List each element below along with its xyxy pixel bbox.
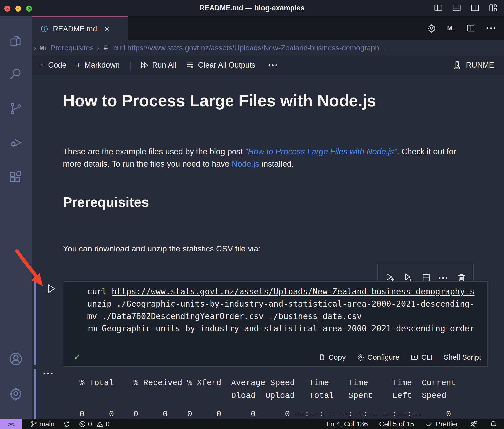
notebook-toolbar: + Code + Markdown | Run All Clear All Ou… [32,55,504,74]
notifications-bell-icon[interactable] [489,420,498,428]
runme-button[interactable]: RUNME [452,60,494,70]
breadcrumb-section[interactable]: Prerequisites [50,44,94,52]
doc-paragraph: These are the example files used by the … [63,145,465,170]
chevron-right-icon: › [34,44,36,52]
section-title: Prerequisites [63,194,149,210]
tab-label: README.md [53,25,97,33]
output-progress-row: 0 0 0 0 0 0 0 0 --:--:-- --:--:-- --:--:… [70,410,451,419]
split-editor-icon[interactable] [466,23,476,33]
toggle-panel-icon[interactable] [452,3,462,13]
more-toolbar-actions-icon[interactable]: ••• [268,62,279,69]
toggle-primary-sidebar-icon[interactable] [433,3,443,13]
tab-readme[interactable]: README.md [32,16,128,40]
double-check-icon [426,420,434,428]
copy-icon [317,353,325,361]
search-icon[interactable] [8,67,23,81]
cli-icon [410,353,418,361]
plus-icon: + [76,60,81,70]
activity-bar [0,16,32,419]
title-bar: README.md — blog-examples [0,0,504,16]
source-control-icon[interactable] [8,101,23,116]
configure-gear-icon [357,353,365,361]
run-cell-button[interactable] [45,283,57,294]
code-url-link[interactable]: https://www.stats.govt.nz/assets/Uploads… [112,287,474,296]
breadcrumb: › M↓ Prerequisites › curl https://www.st… [32,40,504,55]
cell-focus-indicator[interactable] [34,281,36,365]
output-text: % Total % Received % Xferd Average Speed… [70,377,456,402]
customize-layout-icon[interactable] [488,3,498,13]
run-all-icon [140,61,149,70]
info-icon [40,25,48,33]
settings-gear-icon[interactable] [8,386,23,401]
cell-position-item[interactable]: Cell 5 of 15 [379,420,414,428]
list-selection-icon [103,44,110,51]
runme-logo-icon [452,60,462,70]
more-editor-actions-icon[interactable]: ••• [486,25,497,32]
vscode-window: README.md — blog-examples [0,0,504,429]
remote-indicator[interactable]: >< [0,419,22,429]
editor-tab-bar: README.md M↓ ••• [32,16,504,40]
cell-code[interactable]: curl https://www.stats.govt.nz/assets/Up… [87,286,475,335]
plus-icon: + [39,60,45,70]
sync-changes-item[interactable] [63,420,70,428]
warnings-icon [96,420,104,428]
clear-outputs-icon [186,61,194,70]
add-markdown-cell-button[interactable]: + Markdown [76,60,120,70]
open-markdown-preview-icon[interactable]: M↓ [447,24,455,32]
doc-title: How to Process Large Files with Node.js [63,91,376,110]
explorer-icon[interactable] [8,34,23,49]
close-tab-icon[interactable] [104,26,110,32]
cell-status-bar: ✓ Copy Configure [73,350,481,364]
run-debug-icon[interactable] [8,135,23,150]
cursor-position-item[interactable]: Ln 4, Col 136 [327,420,368,428]
clear-all-outputs-button[interactable]: Clear All Outputs [186,61,255,70]
nodejs-link[interactable]: Node.js [232,159,259,168]
notebook-settings-gear-icon[interactable] [427,23,436,33]
run-all-button[interactable]: Run All [140,61,176,70]
success-check-icon: ✓ [73,352,81,362]
formatter-item[interactable]: Prettier [426,420,458,428]
problems-item[interactable]: 0 0 [79,420,110,428]
notebook-content: How to Process Large Files with Node.js … [32,74,504,419]
status-bar: >< main 0 0 Ln 4, Col 136 Cell 5 of 15 [0,419,504,429]
doc-paragraph-2: You can download and unzip the statistic… [63,244,260,253]
git-branch-item[interactable]: main [30,420,55,428]
window-title: README.md — blog-examples [0,4,504,12]
extensions-icon[interactable] [8,169,23,184]
cli-button[interactable]: CLI [410,353,433,361]
git-branch-icon [30,420,38,428]
configure-button[interactable]: Configure [357,353,400,361]
add-code-cell-button[interactable]: + Code [39,60,66,70]
toolbar-divider: | [130,60,132,70]
errors-icon [79,420,86,428]
breadcrumb-command[interactable]: curl https://www.stats.govt.nz/assets/Up… [113,44,385,52]
more-cell-actions-icon[interactable]: ••• [439,274,449,281]
markdown-cell-icon: M↓ [39,44,47,51]
output-focus-indicator[interactable] [34,369,36,419]
chevron-right-icon: › [97,44,99,52]
code-cell[interactable]: curl https://www.stats.govt.nz/assets/Up… [63,281,488,367]
sync-icon [63,420,70,428]
toggle-secondary-sidebar-icon[interactable] [470,3,480,13]
cell-language-label[interactable]: Shell Script [444,353,481,361]
blog-post-link[interactable]: "How to Process Large Files with Node.js… [245,147,397,156]
output-more-actions-icon[interactable]: ••• [43,370,54,377]
feedback-icon[interactable] [469,420,478,428]
copy-button[interactable]: Copy [317,353,346,361]
accounts-icon[interactable] [8,351,23,367]
